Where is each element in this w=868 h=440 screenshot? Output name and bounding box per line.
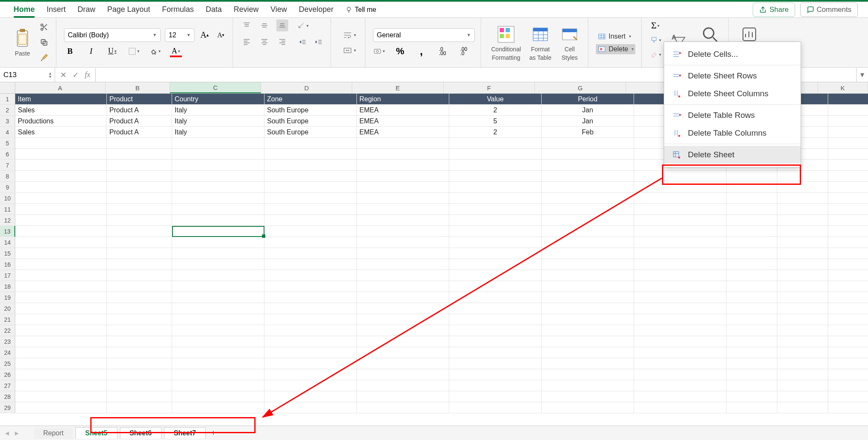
cell[interactable]: [634, 281, 726, 292]
cell[interactable]: [449, 358, 542, 369]
cell[interactable]: [634, 391, 726, 402]
cell[interactable]: [357, 193, 449, 204]
cell[interactable]: [777, 226, 828, 237]
cell[interactable]: [828, 182, 868, 193]
menu-delete-cells[interactable]: Delete Cells...: [664, 45, 801, 63]
cell[interactable]: [777, 259, 828, 270]
tab-review[interactable]: Review: [228, 2, 264, 17]
menu-delete-sheet[interactable]: Delete Sheet: [664, 146, 801, 164]
cell[interactable]: [357, 347, 449, 358]
cell[interactable]: [357, 160, 449, 171]
cell[interactable]: [264, 325, 357, 336]
row-header-16[interactable]: 16: [0, 259, 15, 270]
cell[interactable]: [15, 138, 107, 149]
cell[interactable]: EMEA: [357, 127, 449, 138]
align-middle-button[interactable]: [259, 19, 270, 31]
format-painter-button[interactable]: [38, 52, 50, 64]
cell[interactable]: [542, 270, 634, 281]
conditional-formatting-button[interactable]: Conditional Formatting: [489, 19, 523, 66]
cell[interactable]: [634, 248, 726, 259]
cell[interactable]: [726, 281, 777, 292]
cell[interactable]: [449, 347, 542, 358]
cell[interactable]: [828, 171, 868, 182]
cell[interactable]: [357, 215, 449, 226]
cell[interactable]: [542, 325, 634, 336]
cell[interactable]: [828, 336, 868, 347]
cell[interactable]: [726, 336, 777, 347]
cell[interactable]: [828, 149, 868, 160]
cell[interactable]: [542, 193, 634, 204]
increase-indent-button[interactable]: [313, 36, 325, 48]
cell[interactable]: [172, 336, 264, 347]
cell[interactable]: Zone: [264, 94, 357, 105]
cell[interactable]: [172, 193, 264, 204]
column-header-F[interactable]: F: [444, 82, 535, 93]
row-header-7[interactable]: 7: [0, 160, 15, 171]
tab-data[interactable]: Data: [200, 2, 228, 17]
row-header-26[interactable]: 26: [0, 369, 15, 380]
cell[interactable]: [15, 259, 107, 270]
cell[interactable]: [264, 226, 357, 237]
cell[interactable]: [777, 369, 828, 380]
cell[interactable]: [828, 303, 868, 314]
cell[interactable]: Country: [172, 94, 264, 105]
cell[interactable]: [357, 204, 449, 215]
cell[interactable]: [15, 193, 107, 204]
cell[interactable]: [828, 226, 868, 237]
cell[interactable]: [726, 226, 777, 237]
cell[interactable]: [107, 281, 172, 292]
cell[interactable]: [634, 182, 726, 193]
tab-view[interactable]: View: [264, 2, 293, 17]
cell[interactable]: [828, 292, 868, 303]
cell[interactable]: [449, 171, 542, 182]
cell[interactable]: [726, 292, 777, 303]
cell[interactable]: [777, 248, 828, 259]
cell[interactable]: [828, 94, 868, 105]
align-center-button[interactable]: [259, 36, 270, 47]
cell[interactable]: [172, 149, 264, 160]
column-header-D[interactable]: D: [261, 82, 352, 93]
cell[interactable]: [172, 358, 264, 369]
cell[interactable]: Italy: [172, 127, 264, 138]
cell[interactable]: [264, 182, 357, 193]
cell[interactable]: [449, 193, 542, 204]
row-header-12[interactable]: 12: [0, 215, 15, 226]
cell[interactable]: [172, 314, 264, 325]
cell[interactable]: [264, 248, 357, 259]
menu-delete-sheet-rows[interactable]: Delete Sheet Rows: [664, 67, 801, 85]
cell[interactable]: [634, 171, 726, 182]
cell[interactable]: 2: [449, 127, 542, 138]
decrease-decimal-button[interactable]: .00.0: [458, 45, 470, 57]
cell[interactable]: [542, 259, 634, 270]
cell[interactable]: [542, 171, 634, 182]
cell[interactable]: [357, 336, 449, 347]
cell[interactable]: [15, 149, 107, 160]
cell[interactable]: [828, 204, 868, 215]
cell[interactable]: [15, 215, 107, 226]
cell[interactable]: [828, 215, 868, 226]
cell[interactable]: [634, 226, 726, 237]
cell[interactable]: [542, 314, 634, 325]
cell[interactable]: [777, 292, 828, 303]
cell[interactable]: [634, 237, 726, 248]
cell[interactable]: [357, 358, 449, 369]
underline-button[interactable]: U▾: [106, 45, 118, 57]
cell[interactable]: Jan: [542, 116, 634, 127]
cell[interactable]: [726, 380, 777, 391]
cell[interactable]: [107, 160, 172, 171]
cell[interactable]: [15, 248, 107, 259]
merge-button[interactable]: ▾: [339, 45, 359, 56]
cell[interactable]: [726, 215, 777, 226]
font-name-select[interactable]: Calibri (Body)▼: [64, 28, 161, 42]
cell[interactable]: [777, 182, 828, 193]
cell[interactable]: [172, 281, 264, 292]
add-sheet-button[interactable]: +: [208, 428, 218, 438]
cell[interactable]: [777, 204, 828, 215]
cell[interactable]: [449, 325, 542, 336]
cell[interactable]: [542, 138, 634, 149]
cell[interactable]: [449, 226, 542, 237]
cell[interactable]: [264, 292, 357, 303]
cell[interactable]: [357, 182, 449, 193]
cell[interactable]: [726, 325, 777, 336]
cell[interactable]: [542, 182, 634, 193]
